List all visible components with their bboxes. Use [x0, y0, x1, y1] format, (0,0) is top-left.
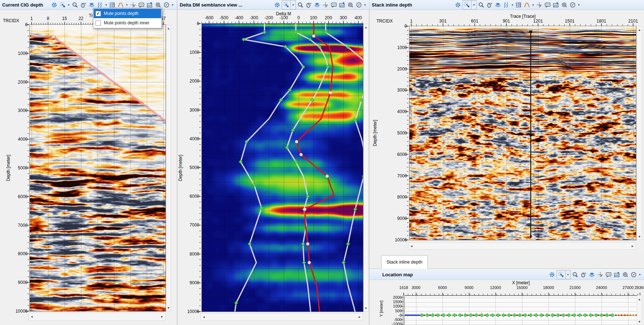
gear-icon[interactable]	[273, 1, 281, 9]
tab-stack-inline-depth[interactable]: Stack inline depth	[381, 255, 428, 269]
cig-y-axis-label: Depth [meter]	[6, 132, 11, 204]
wiggle-table-icon[interactable]	[514, 1, 523, 9]
chevron-down-icon[interactable]: ▼	[125, 4, 129, 6]
select-icon[interactable]	[58, 1, 67, 9]
gear-icon[interactable]	[548, 270, 556, 279]
select-icon[interactable]	[282, 1, 291, 9]
menu-item-mute-points-depth-inner[interactable]: Mute points depth inner	[94, 18, 161, 28]
comment-icon[interactable]	[604, 270, 613, 279]
scroll-arrow[interactable]: ▴	[637, 27, 642, 32]
cig-h-scrollbar[interactable]: ◂▸	[28, 313, 166, 321]
layers-icon[interactable]	[588, 270, 596, 279]
select-button-group: ▼	[462, 0, 477, 9]
comment-icon[interactable]	[330, 1, 338, 9]
crosshair-icon[interactable]	[321, 1, 330, 9]
stack-h-scrollbar[interactable]: ◂▸	[408, 242, 636, 250]
panel-header-location-map: Location map ▼▼	[370, 270, 644, 280]
menu-item-mute-points-depth[interactable]: ✓ Mute points depth	[94, 9, 161, 18]
stack-plot[interactable]	[409, 26, 636, 240]
scroll-arrow[interactable]: ▴	[364, 25, 368, 29]
stack-x-axis-label: Trace [Trace]	[510, 14, 535, 19]
mouse-icon[interactable]	[579, 270, 588, 279]
chevron-down-icon[interactable]: ▼	[291, 4, 295, 6]
mouse-icon[interactable]	[305, 1, 313, 9]
chevron-down-icon[interactable]: ▼	[104, 4, 108, 6]
cig-plot[interactable]	[29, 24, 166, 312]
tab-bar: Stack inline depth	[370, 254, 644, 269]
panel-title: Location map	[372, 272, 413, 277]
location-map-plot[interactable]	[404, 295, 637, 325]
stack-v-scrollbar[interactable]: ▴▾	[637, 26, 642, 240]
select-icon[interactable]	[463, 1, 472, 9]
crosshair-icon[interactable]	[596, 270, 604, 279]
cig-seismic-image[interactable]	[30, 25, 166, 311]
wiggle-icon[interactable]	[502, 1, 510, 9]
gear-icon[interactable]	[454, 1, 462, 9]
layers-icon[interactable]	[494, 1, 502, 9]
map-v-scrollbar[interactable]: ▴▾	[637, 296, 642, 325]
select-button-group: ▼	[557, 270, 571, 279]
semblance-image[interactable]	[202, 24, 363, 312]
map-x-axis-label: X [meter]	[512, 280, 530, 285]
cig-v-scrollbar[interactable]: ▴▾	[166, 25, 171, 311]
scroll-arrow[interactable]: ▸	[160, 313, 164, 320]
layers-icon[interactable]	[313, 1, 321, 9]
select-icon[interactable]	[557, 270, 566, 279]
scroll-arrow[interactable]: ◂	[29, 313, 34, 320]
zoom-icon[interactable]	[71, 1, 79, 9]
chevron-down-icon[interactable]: ▼	[566, 273, 570, 276]
scroll-arrow[interactable]: ▾	[637, 319, 642, 324]
mouse-icon[interactable]	[485, 1, 494, 9]
scroll-arrow[interactable]: ▾	[166, 305, 171, 310]
chevron-down-icon[interactable]: ▼	[510, 4, 514, 6]
scroll-arrow[interactable]: ◂	[201, 313, 206, 320]
zoom-1-1-icon[interactable]	[560, 1, 568, 9]
zoom-icon[interactable]	[571, 270, 579, 279]
stack-y-axis-label: Depth [meter]	[372, 97, 378, 169]
semblance-x-axis-label: Delta M	[276, 11, 291, 16]
image-export-icon[interactable]	[338, 1, 346, 9]
zoom-icon[interactable]	[477, 1, 485, 9]
compass-icon[interactable]	[355, 1, 363, 9]
semblance-h-scrollbar[interactable]: ◂▸	[200, 313, 363, 321]
compass-icon[interactable]	[568, 1, 577, 9]
app-root: Current CIG depth ▼▼▼▼ Delta DM semblanc…	[0, 0, 644, 325]
location-map-image[interactable]	[405, 296, 637, 325]
crosshair-icon[interactable]	[535, 1, 543, 9]
scroll-arrow[interactable]: ▾	[637, 234, 642, 239]
chevron-down-icon[interactable]: ▼	[67, 4, 71, 6]
scroll-arrow[interactable]: ◂	[409, 242, 414, 249]
semblance-v-scrollbar[interactable]: ▴▾	[363, 24, 368, 312]
zoom-icon[interactable]	[296, 1, 305, 9]
scroll-arrow[interactable]: ▴	[166, 26, 171, 31]
chevron-down-icon[interactable]: ▼	[638, 273, 642, 276]
chevron-down-icon[interactable]: ▼	[171, 4, 175, 6]
scroll-arrow[interactable]: ▴	[637, 297, 642, 301]
checkbox-unchecked-icon	[95, 20, 101, 26]
gear-icon[interactable]	[50, 1, 58, 9]
mouse-icon[interactable]	[79, 1, 87, 9]
scroll-arrow[interactable]: ▾	[364, 306, 368, 310]
chevron-down-icon[interactable]: ▼	[472, 4, 476, 6]
stack-seismic-image[interactable]	[409, 26, 636, 240]
tab-label: Stack inline depth	[387, 260, 423, 265]
mute-icon[interactable]	[523, 1, 531, 9]
chevron-down-icon[interactable]: ▼	[577, 4, 581, 6]
select-button-group: ▼	[282, 0, 296, 9]
semblance-y-axis-label: Depth [meter]	[178, 132, 183, 204]
compass-icon[interactable]	[162, 1, 171, 9]
toolbar: ▼▼	[548, 270, 642, 279]
semblance-plot[interactable]	[201, 23, 363, 312]
comment-icon[interactable]	[543, 1, 552, 9]
image-export-icon[interactable]	[613, 270, 621, 279]
chevron-down-icon[interactable]: ▼	[363, 4, 367, 6]
zoom-1-1-icon[interactable]	[621, 270, 629, 279]
zoom-1-1-icon[interactable]	[346, 1, 355, 9]
context-menu: ✓ Mute points depth Mute points depth in…	[93, 8, 162, 28]
image-export-icon[interactable]	[552, 1, 560, 9]
chevron-down-icon[interactable]: ▼	[531, 4, 535, 6]
panel-title: Stack inline depth	[372, 2, 412, 8]
scroll-arrow[interactable]: ▸	[357, 313, 362, 320]
compass-icon[interactable]	[629, 270, 638, 279]
scroll-arrow[interactable]: ▸	[630, 242, 635, 249]
